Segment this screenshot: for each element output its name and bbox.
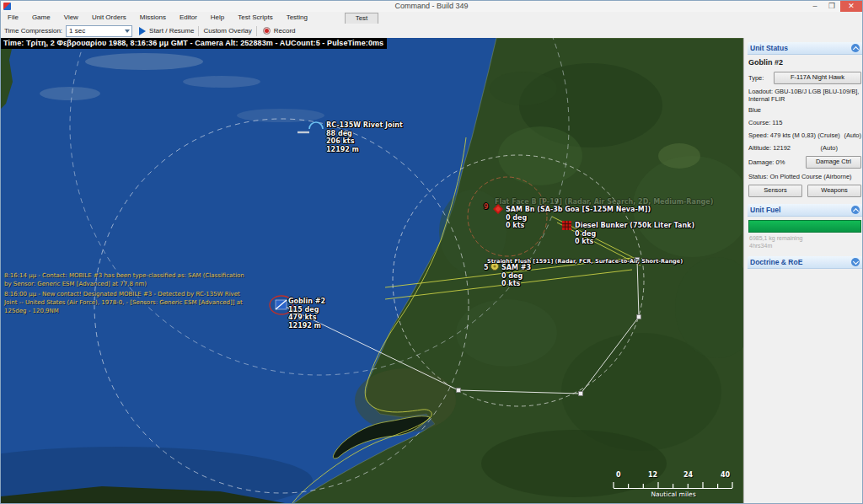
unit-status-title: Unit Status: [750, 44, 788, 52]
scale-tick-label: 0: [616, 471, 621, 479]
unit-name: Goblin #2: [288, 298, 325, 306]
collapse-icon[interactable]: [851, 44, 860, 52]
unit-speed: 0 kts: [501, 280, 531, 288]
menu-bar: File Game View Unit Orders Missions Edit…: [1, 12, 862, 24]
cloud: [40, 87, 100, 100]
unit-fuel-title: Unit Fuel: [750, 206, 780, 214]
unit-fuel-header[interactable]: Unit Fuel: [748, 204, 862, 217]
menu-game[interactable]: Game: [25, 12, 57, 24]
rc135-icon[interactable]: [297, 122, 323, 132]
custom-overlay-button[interactable]: Custom Overlay: [203, 27, 251, 35]
speed-text: Speed: 479 kts (M 0,83) (Cruise): [748, 131, 840, 139]
unit-speed: 206 kts: [326, 137, 403, 146]
unit-speed: 0 kts: [575, 238, 694, 246]
unit-heading: 0 deg: [506, 214, 651, 223]
sidebar: Unit Status Goblin #2 Type: F-117A Night…: [743, 38, 863, 503]
play-icon[interactable]: [139, 27, 146, 35]
time-status-bar: Time: Τρίτη, 2 Φεβρουαρίου 1988, 8:16:36…: [1, 38, 387, 49]
waypoint[interactable]: [579, 392, 583, 396]
damage-ctrl-button[interactable]: Damage Ctrl: [806, 156, 861, 169]
side-text: Blue: [748, 106, 861, 114]
doctrine-roe-title: Doctrine & RoE: [750, 258, 802, 266]
expand-icon[interactable]: [851, 258, 860, 266]
menu-test-scripts[interactable]: Test Scripts: [231, 12, 279, 24]
unit-altitude: 12192 m: [326, 146, 403, 154]
menu-missions[interactable]: Missions: [133, 12, 173, 24]
unit-speed: 479 kts: [288, 314, 325, 322]
unit-name: RC-135W Rivet Joint: [326, 121, 403, 130]
unit-name: SAM #3: [501, 264, 531, 272]
terrain-patch: [498, 126, 582, 185]
sensors-button[interactable]: Sensors: [748, 185, 802, 197]
menu-unit-orders[interactable]: Unit Orders: [85, 12, 133, 24]
unit-label-goblin[interactable]: Goblin #2 115 deg 479 kts 12192 m: [288, 298, 325, 330]
unit-name: SAM Bn (SA-3b Goa [S-125M Neva-M]): [506, 206, 651, 214]
chevron-down-icon: [125, 29, 130, 33]
unit-name: Diesel Bunker (750k Liter Tank): [575, 222, 694, 230]
scale-caption: Nautical miles: [609, 491, 737, 498]
scale-tick-label: 24: [683, 471, 693, 479]
start-resume-button[interactable]: Start / Resume: [149, 27, 194, 35]
time-compression-select[interactable]: 1 sec: [66, 25, 132, 37]
unit-heading: 0 deg: [501, 272, 531, 281]
record-button[interactable]: Record: [274, 27, 296, 35]
terrain-patch: [490, 72, 557, 105]
log-message: 8:16:00 μμ - New contact! Designated MOB…: [4, 290, 252, 315]
unit-label-sam3[interactable]: SAM #3 0 deg 0 kts: [501, 264, 531, 288]
unit-label-rc135[interactable]: RC-135W Rivet Joint 88 deg 206 kts 12192…: [326, 121, 403, 153]
course-text: Course: 115: [748, 119, 861, 126]
sam3-badge: 5: [484, 264, 489, 272]
damage-text: Damage: 0%: [748, 158, 785, 166]
scale-tick-label: 40: [721, 471, 730, 479]
close-button[interactable]: ✕: [840, 1, 862, 12]
speed-auto-flag[interactable]: (Auto): [844, 131, 861, 139]
cloud: [183, 76, 260, 88]
waypoint[interactable]: [637, 315, 641, 319]
menu-editor[interactable]: Editor: [173, 12, 204, 24]
map-viewport[interactable]: Time: Τρίτη, 2 Φεβρουαρίου 1988, 8:16:36…: [1, 38, 743, 504]
doctrine-roe-header[interactable]: Doctrine & RoE: [748, 256, 862, 269]
cloud: [85, 53, 203, 70]
sam-bn-badge: 9: [484, 203, 489, 212]
unit-heading: 115 deg: [288, 306, 325, 314]
title-bar: Command - Build 349 – ❐ ✕: [1, 1, 862, 13]
collapse-icon[interactable]: [851, 206, 860, 214]
fuel-time: 4hrs34m: [749, 243, 862, 250]
menu-file[interactable]: File: [1, 12, 25, 24]
scale-tick-label: 12: [648, 471, 657, 479]
window-title: Command - Build 349: [1, 2, 862, 10]
log-message: 8:16:14 μμ - Contact: MOBILE #3 has been…: [4, 271, 252, 288]
unit-status-header[interactable]: Unit Status: [748, 42, 862, 55]
status-text: Status: On Plotted Course (Airborne): [748, 173, 861, 180]
record-icon[interactable]: [263, 27, 271, 35]
cloud: [237, 109, 324, 122]
time-compression-label: Time Compression:: [4, 27, 62, 35]
scale-ruler: [609, 479, 737, 490]
menu-view[interactable]: View: [57, 12, 85, 24]
type-label: Type:: [748, 74, 764, 82]
test-button[interactable]: Test: [345, 13, 378, 24]
fuel-gauge: [748, 220, 861, 233]
loadout-text: Loadout: GBU-10B/J LGB [BLU-109/B], Inte…: [748, 88, 861, 103]
terrain-patch: [658, 143, 700, 169]
menu-testing[interactable]: Testing: [280, 12, 314, 24]
toolbar-separator: [256, 26, 257, 36]
unit-altitude: 12192 m: [288, 322, 325, 330]
minimize-button[interactable]: –: [807, 1, 823, 12]
selected-unit-name: Goblin #2: [748, 58, 861, 67]
altitude-text: Altitude: 12192: [748, 144, 791, 152]
maximize-button[interactable]: ❐: [824, 1, 839, 12]
unit-type-button[interactable]: F-117A Night Hawk: [774, 72, 861, 84]
waypoint[interactable]: [457, 389, 461, 393]
terrain-patch: [456, 299, 557, 367]
toolbar-separator: [198, 26, 199, 36]
altitude-auto-flag[interactable]: (Auto): [821, 144, 838, 152]
toolbar: Time Compression: 1 sec Start / Resume C…: [1, 24, 862, 39]
weapons-button[interactable]: Weapons: [807, 185, 861, 197]
time-compression-value: 1 sec: [69, 27, 85, 35]
unit-heading: 0 deg: [575, 230, 694, 239]
unit-heading: 88 deg: [326, 130, 403, 138]
unit-label-diesel-bunker[interactable]: Diesel Bunker (750k Liter Tank) 0 deg 0 …: [575, 222, 694, 246]
app-window: Command - Build 349 – ❐ ✕ File Game View…: [0, 0, 863, 504]
menu-help[interactable]: Help: [204, 12, 231, 24]
